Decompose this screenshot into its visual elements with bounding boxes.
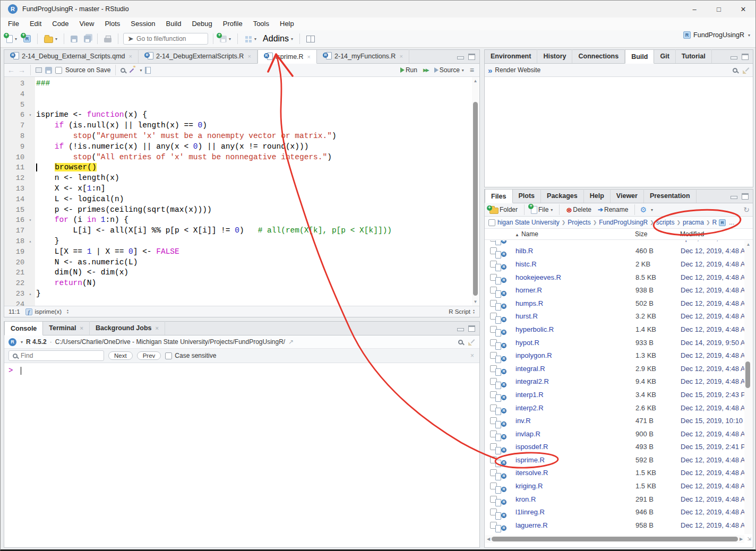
scroll-up-icon[interactable]: ▲ (472, 79, 479, 83)
tab-close-icon[interactable]: × (80, 325, 83, 331)
column-name[interactable]: ▲Name (485, 230, 635, 238)
code-line-22[interactable]: 22 return(N) (4, 278, 479, 289)
code-tools-icon[interactable] (128, 67, 135, 74)
file-row-invlap.R[interactable]: Rinvlap.R900 BDec 12, 2019, 4:48 AM (485, 427, 744, 441)
scroll-down-icon[interactable]: ▼ (472, 299, 479, 304)
console-tab-background-jobs[interactable]: Background Jobs× (90, 321, 165, 335)
file-row-interp2.R[interactable]: Rinterp2.R2.6 KBDec 12, 2019, 4:48 AM (485, 401, 744, 415)
tab-close-icon[interactable]: × (399, 53, 402, 59)
file-name[interactable]: hyperbolic.R (516, 325, 635, 333)
file-name[interactable]: isprime.R (516, 456, 635, 464)
code-line-13[interactable]: 13 X <- x[1:n] (4, 184, 479, 194)
rerun-icon[interactable]: ▶▶ (423, 67, 428, 73)
delete-button[interactable]: ⊗ Delete (564, 205, 593, 215)
breadcrumb-scripts[interactable]: scripts (656, 219, 675, 226)
build-clear-icon[interactable] (743, 67, 750, 74)
column-size[interactable]: Size (635, 230, 680, 238)
file-row-kriging.R[interactable]: Rkriging.R1.5 KBDec 12, 2019, 4:48 AM (485, 479, 744, 493)
document-outline-icon[interactable]: ≡ (470, 66, 474, 74)
new-file-button[interactable]: +▾ (5, 34, 19, 44)
popout-window-icon[interactable] (36, 67, 42, 73)
save-button[interactable] (69, 35, 79, 44)
code-line-16[interactable]: 16▾ for (i in 1:n) { (4, 215, 479, 226)
menu-code[interactable]: Code (47, 18, 74, 30)
code-line-19[interactable]: 19 L[X == 1 | X == 0] <- FALSE (4, 247, 479, 257)
code-line-3[interactable]: 3### (4, 79, 479, 89)
rename-button[interactable]: ➔ Rename (596, 205, 630, 214)
file-name[interactable]: hessian.R (516, 240, 635, 242)
refresh-icon[interactable]: ↻ (743, 205, 750, 214)
files-scroll-left-icon[interactable]: ◀ (485, 537, 492, 541)
file-row-histc.R[interactable]: Rhistc.R2 KBDec 12, 2019, 4:48 AM (485, 257, 744, 271)
tab-help[interactable]: Help (584, 189, 611, 203)
case-sensitive-checkbox[interactable] (165, 352, 172, 359)
file-row-inpolygon.R[interactable]: Rinpolygon.R1.3 KBDec 12, 2019, 4:48 AM (485, 349, 744, 362)
console-clear-icon[interactable] (468, 339, 475, 346)
tab-build[interactable]: Build (625, 49, 654, 64)
menu-profile[interactable]: Profile (218, 18, 248, 30)
goto-directory-icon[interactable]: ↗ (288, 338, 294, 346)
tab-close-icon[interactable]: × (307, 54, 311, 60)
workspace-panes-button[interactable]: ▾ (243, 34, 258, 44)
menu-help[interactable]: Help (274, 18, 299, 30)
find-replace-icon[interactable] (121, 68, 125, 73)
tab-close-icon[interactable]: × (247, 53, 251, 59)
file-row-kron.R[interactable]: Rkron.R291 BDec 12, 2019, 4:48 AM (485, 493, 744, 506)
code-line-11[interactable]: 11 browser() (4, 162, 479, 173)
tab-packages[interactable]: Packages (541, 189, 584, 203)
addins-button[interactable]: Addins▾ (261, 33, 295, 45)
open-file-button[interactable]: ▾ (42, 34, 59, 44)
file-row-isprime.R[interactable]: Risprime.R592 BDec 12, 2019, 4:48 AM (485, 453, 744, 467)
file-row-hyperbolic.R[interactable]: Rhyperbolic.R1.4 KBDec 12, 2019, 4:48 AM (485, 323, 744, 336)
file-row-l1linreg.R[interactable]: Rl1linreg.R946 BDec 12, 2019, 4:48 AM (485, 505, 744, 519)
source-on-save-checkbox[interactable] (55, 67, 62, 74)
code-line-23[interactable]: 23▴} (4, 289, 479, 299)
file-row-lambertW.R[interactable]: RlambertW.R1.8 KBDec 12, 2019, 4:48 AM (485, 532, 744, 534)
find-input-box[interactable] (8, 350, 104, 361)
code-line-5[interactable]: 5 (4, 100, 479, 110)
find-next-button[interactable]: Next (108, 351, 133, 360)
file-name[interactable]: l1linreg.R (516, 508, 635, 516)
file-name[interactable]: horner.R (516, 286, 635, 294)
print-button[interactable] (102, 35, 113, 44)
find-close-icon[interactable]: × (470, 352, 474, 359)
version-control-button[interactable]: +▾ (218, 35, 233, 44)
files-scroll-right-icon[interactable]: ▶ (738, 537, 744, 541)
files-horizontal-scrollbar[interactable]: ◀ ▶ (485, 535, 744, 543)
file-row-hessian.R[interactable]: Rhessian.R2.1 KBApr 5, 2022, 12:11 PM (485, 240, 744, 245)
file-name[interactable]: itersolve.R (516, 469, 635, 477)
code-line-10[interactable]: 10 stop("All entries of 'x' must be nonn… (4, 152, 479, 163)
render-website-button[interactable]: Render Website (495, 66, 540, 74)
project-selector[interactable]: R FundProgUsingR ▾ (683, 31, 750, 39)
maximize-pane-icon[interactable] (742, 54, 749, 60)
code-line-24[interactable]: 24 (4, 299, 479, 306)
fold-marker[interactable]: ▴ (25, 236, 35, 247)
files-minimize-icon[interactable] (731, 196, 737, 199)
file-name[interactable]: interp1.R (516, 391, 635, 399)
menu-plots[interactable]: Plots (99, 18, 125, 30)
fold-marker[interactable]: ▾ (25, 110, 35, 120)
code-line-12[interactable]: 12 n <- length(x) (4, 173, 479, 184)
menu-debug[interactable]: Debug (186, 18, 217, 30)
code-line-21[interactable]: 21 dim(N) <- dim(x) (4, 268, 479, 278)
file-row-integral2.R[interactable]: Rintegral2.R9.4 KBDec 12, 2019, 4:48 AM (485, 375, 744, 389)
tab-viewer[interactable]: Viewer (611, 189, 644, 203)
console-output[interactable]: > (4, 363, 479, 378)
file-row-laguerre.R[interactable]: Rlaguerre.R958 BDec 12, 2019, 4:48 AM (485, 519, 744, 532)
file-row-itersolve.R[interactable]: Ritersolve.R1.5 KBDec 12, 2019, 4:48 AM (485, 467, 744, 480)
file-name[interactable]: kron.R (516, 495, 635, 503)
file-row-integral.R[interactable]: Rintegral.R2.9 KBDec 12, 2019, 4:48 AM (485, 362, 744, 375)
file-name[interactable]: hilb.R (516, 247, 635, 255)
fold-marker[interactable]: ▾ (25, 215, 35, 226)
file-name[interactable]: integral2.R (516, 377, 635, 385)
tab-git[interactable]: Git (654, 49, 675, 63)
tab-history[interactable]: History (537, 49, 572, 63)
breadcrumb-r[interactable]: R (712, 219, 717, 226)
console-minimize-icon[interactable] (457, 328, 464, 331)
menu-build[interactable]: Build (161, 18, 187, 30)
file-name[interactable]: kriging.R (516, 482, 635, 490)
code-line-8[interactable]: 8 stop("Argument 'x' must be a nonempty … (4, 131, 479, 142)
tab-connections[interactable]: Connections (572, 49, 625, 63)
back-icon[interactable]: ← (7, 66, 15, 74)
run-button[interactable]: Run (399, 65, 419, 75)
